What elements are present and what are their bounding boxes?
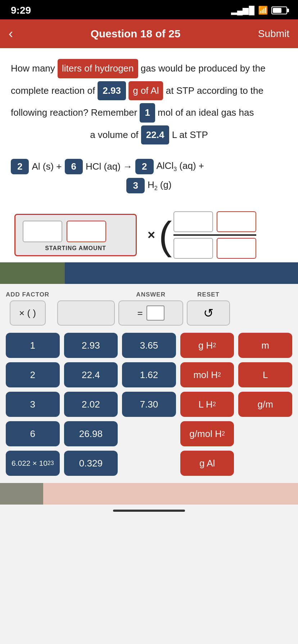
key-LH2[interactable]: L H2	[180, 392, 234, 417]
submit-button[interactable]: Submit	[258, 28, 289, 40]
fraction-area: (	[159, 211, 256, 259]
add-factor-group: ADD FACTOR × ( )	[6, 291, 49, 326]
q-text-4: at STP according to the	[166, 85, 263, 96]
key-224[interactable]: 22.4	[64, 362, 118, 387]
fraction-top-row	[173, 211, 256, 232]
key-1[interactable]: 1	[6, 333, 60, 358]
back-button[interactable]: ‹	[9, 26, 13, 41]
question-line3: following reaction? Remember 1 mol of an…	[11, 103, 287, 123]
key-202[interactable]: 2.02	[64, 392, 118, 417]
extra-input-box[interactable]	[57, 300, 115, 326]
key-avogadro[interactable]: 6.022 × 1023	[6, 451, 60, 476]
frac-top-left[interactable]	[173, 211, 213, 232]
q-text-2: gas would be produced by the	[141, 63, 266, 74]
key-gmolH2[interactable]: g/mol H2	[180, 421, 234, 446]
battery-icon	[271, 6, 287, 14]
q-text-6: mol of an ideal gas has	[158, 107, 254, 118]
separator-bar	[0, 262, 298, 284]
q-text-5: following reaction? Remember	[11, 107, 140, 118]
open-bracket: (	[159, 217, 172, 253]
home-indicator	[0, 505, 298, 517]
signal-icon: ▂▄▆█	[231, 6, 254, 15]
equation-area: 2 Al (s) + 6 HCl (aq) → 2 AlCl3 (aq) + 3…	[0, 152, 298, 204]
eq-coeff4: 3	[126, 178, 144, 193]
q-text-7: a volume of	[90, 129, 141, 140]
wifi-icon: 📶	[258, 6, 268, 15]
key-365[interactable]: 3.65	[122, 333, 176, 358]
key-293[interactable]: 2.93	[64, 333, 118, 358]
extra-input-group: X	[57, 291, 115, 326]
answer-label: ANSWER	[136, 291, 166, 298]
starting-amount-inputs	[23, 221, 128, 242]
calc-row: STARTING AMOUNT × (	[0, 208, 298, 262]
eq-coeff3: 2	[135, 159, 153, 174]
answer-button[interactable]: =	[118, 300, 183, 326]
starting-amount-top[interactable]	[23, 221, 62, 242]
highlight-hydrogen: liters of hydrogen	[58, 59, 138, 78]
key-gH2[interactable]: g H2	[180, 333, 234, 358]
eq-product1: AlCl3 (aq) +	[157, 160, 204, 172]
eq-reactant1: Al (s) +	[32, 161, 62, 172]
key-m[interactable]: m	[238, 333, 292, 358]
eq-coeff1: 2	[11, 159, 29, 174]
eq-product2: H2 (g)	[148, 179, 172, 192]
bottom-bar	[0, 483, 298, 505]
status-icons: ▂▄▆█ 📶	[231, 6, 287, 15]
answer-box[interactable]	[146, 305, 164, 321]
reset-label: RESET	[197, 291, 220, 298]
add-factor-button[interactable]: × ( )	[10, 300, 46, 326]
key-2[interactable]: 2	[6, 362, 60, 387]
key-0329[interactable]: 0.329	[64, 451, 118, 476]
answer-inner: =	[137, 305, 164, 321]
question-title: Question 18 of 25	[90, 28, 180, 40]
value-1: 1	[140, 103, 155, 123]
fraction-bottom-row	[173, 238, 256, 259]
calc-toolbar: ADD FACTOR × ( ) X ANSWER = RESET ↺	[0, 284, 298, 329]
question-text: How many liters of hydrogen gas would be…	[11, 59, 287, 78]
answer-group: ANSWER =	[118, 291, 183, 326]
eq-coeff2: 6	[65, 159, 83, 174]
key-L[interactable]: L	[238, 362, 292, 387]
key-6[interactable]: 6	[6, 421, 60, 446]
key-empty-3	[122, 451, 176, 476]
value-224: 22.4	[141, 125, 170, 145]
key-molH2[interactable]: mol H2	[180, 362, 234, 387]
status-bar: 9:29 ▂▄▆█ 📶	[0, 0, 298, 19]
frac-bottom-right[interactable]	[217, 238, 256, 259]
key-empty-1	[122, 421, 176, 446]
equals-sign: =	[137, 308, 143, 319]
header: ‹ Question 18 of 25 Submit	[0, 19, 298, 48]
q-text-3: complete reaction of	[11, 85, 98, 96]
starting-amount-label: STARTING AMOUNT	[23, 245, 128, 252]
q-text-1: How many	[11, 63, 55, 74]
reset-button[interactable]: ↺	[187, 300, 230, 326]
equation-row2: 3 H2 (g)	[11, 178, 287, 193]
frac-top-right[interactable]	[217, 211, 256, 232]
status-time: 9:29	[11, 5, 31, 16]
key-730[interactable]: 7.30	[122, 392, 176, 417]
key-3[interactable]: 3	[6, 392, 60, 417]
calc-area: STARTING AMOUNT × ( ADD FACTOR	[0, 204, 298, 483]
question-line4: a volume of 22.4 L at STP	[11, 125, 287, 145]
starting-amount-bottom[interactable]	[67, 221, 106, 242]
starting-amount-box: STARTING AMOUNT	[14, 214, 137, 256]
question-line2: complete reaction of 2.93 g of Al at STP…	[11, 81, 287, 101]
fraction-inner	[173, 211, 256, 259]
q-text-8: L at STP	[172, 129, 208, 140]
keypad: 1 2.93 3.65 g H2 m 2 22.4 1.62 mol H2 L …	[0, 329, 298, 483]
value-293: 2.93	[98, 81, 126, 101]
key-162[interactable]: 1.62	[122, 362, 176, 387]
add-factor-label: ADD FACTOR	[6, 291, 49, 298]
eq-reactant2: HCl (aq) →	[86, 161, 132, 172]
key-gm[interactable]: g/m	[238, 392, 292, 417]
key-empty-2	[238, 421, 292, 446]
question-area: How many liters of hydrogen gas would be…	[0, 48, 298, 152]
key-empty-4	[238, 451, 292, 476]
equation-row1: 2 Al (s) + 6 HCl (aq) → 2 AlCl3 (aq) +	[11, 159, 287, 174]
key-2698[interactable]: 26.98	[64, 421, 118, 446]
frac-bottom-left[interactable]	[173, 238, 213, 259]
multiply-sign: ×	[148, 227, 155, 243]
highlight-g-al: g of Al	[128, 81, 163, 101]
key-gAl[interactable]: g Al	[180, 451, 234, 476]
fraction-divider	[173, 234, 256, 236]
